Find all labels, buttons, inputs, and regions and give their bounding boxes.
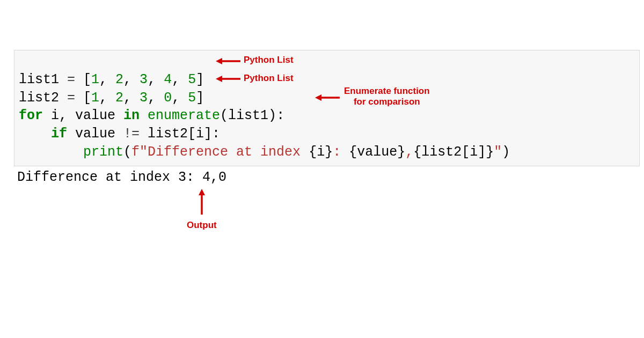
token-paren: ( <box>123 144 131 160</box>
token-builtin: enumerate <box>148 108 220 123</box>
token-expr: list2[i]: <box>148 126 220 142</box>
token-num: 2 <box>115 90 123 106</box>
token-interp: {list2[i]} <box>413 144 494 160</box>
token-comma: , <box>172 90 188 106</box>
token-num: 3 <box>140 72 148 87</box>
token-eq: = <box>59 90 83 106</box>
token-var: value <box>75 126 115 142</box>
token-comma: , <box>99 72 115 87</box>
token-builtin: print <box>83 144 123 160</box>
token-keyword: in <box>115 108 148 123</box>
token-num: 2 <box>115 72 123 87</box>
token-num: 5 <box>188 72 196 87</box>
arrow-up-icon <box>198 189 206 218</box>
token-keyword: if <box>51 126 75 142</box>
token-bracket: [ <box>83 72 91 87</box>
token-indent <box>19 144 83 160</box>
token-interp: {value} <box>349 144 405 160</box>
token-bracket: ] <box>196 90 204 106</box>
token-num: 3 <box>140 90 148 106</box>
token-bracket: ] <box>196 72 204 87</box>
token-comma: , <box>59 108 75 123</box>
annotation-enumerate: Enumerate function for comparison <box>344 86 430 108</box>
token-num: 4 <box>164 72 172 87</box>
token-num: 0 <box>164 90 172 106</box>
code-line-4: if value != list2[i]: <box>19 126 220 142</box>
token-comma: , <box>148 90 164 106</box>
annotation-list1: Python List <box>244 55 294 65</box>
token-var: i <box>51 108 59 123</box>
token-var: value <box>75 108 115 123</box>
token-op: != <box>115 126 148 142</box>
code-line-2: list2 = [1, 2, 3, 0, 5] <box>19 90 204 106</box>
output-text: Difference at index 3: 4,0 <box>17 168 226 187</box>
token-comma: , <box>172 72 188 87</box>
token-call: (list1): <box>220 108 284 123</box>
token-string: Difference at index <box>148 144 309 160</box>
code-line-5: print(f"Difference at index {i}: {value}… <box>19 144 510 160</box>
code-line-3: for i, value in enumerate(list1): <box>19 108 284 123</box>
token-num: 5 <box>188 90 196 106</box>
token-comma: , <box>123 90 140 106</box>
token-num: 1 <box>91 90 99 106</box>
token-var: list1 <box>19 72 59 87</box>
token-string: , <box>405 144 413 160</box>
token-comma: , <box>148 72 164 87</box>
token-fprefix: f" <box>131 144 148 160</box>
token-quote: " <box>494 144 502 160</box>
svg-marker-7 <box>199 189 205 195</box>
token-indent <box>19 126 51 142</box>
code-block: list1 = [1, 2, 3, 4, 5] list2 = [1, 2, 3… <box>14 50 640 166</box>
annotation-output: Output <box>187 220 217 231</box>
token-eq: = <box>59 72 83 87</box>
token-bracket: [ <box>83 90 91 106</box>
token-string: : <box>333 144 349 160</box>
token-var: list2 <box>19 90 59 106</box>
token-interp: {i} <box>309 144 333 160</box>
token-paren: ) <box>502 144 510 160</box>
token-comma: , <box>99 90 115 106</box>
annotation-list2: Python List <box>244 73 294 84</box>
token-comma: , <box>123 72 140 87</box>
token-num: 1 <box>91 72 99 87</box>
code-line-1: list1 = [1, 2, 3, 4, 5] <box>19 72 204 87</box>
token-keyword: for <box>19 108 51 123</box>
